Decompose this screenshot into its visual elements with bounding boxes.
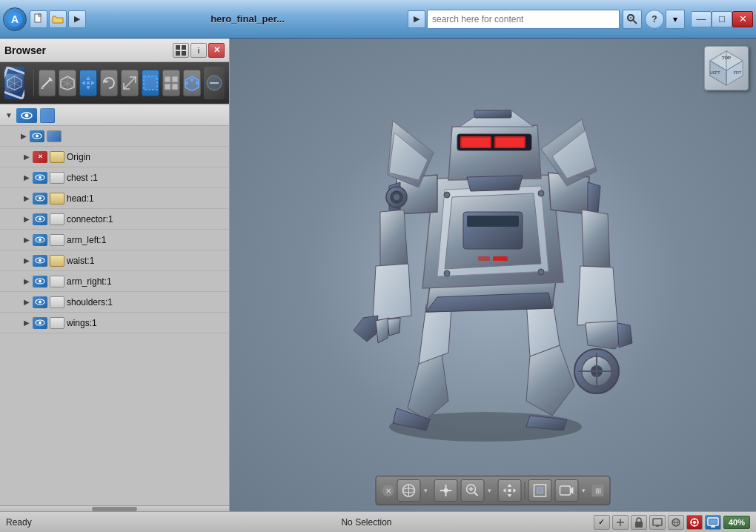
svg-rect-111: [560, 486, 571, 495]
viewport-move-tool-button[interactable]: [498, 479, 522, 502]
robot-viewport: [252, 68, 734, 467]
scale-tool-button[interactable]: [121, 70, 139, 96]
viewport-toolbar: ✕ ▾: [376, 476, 611, 505]
arm-left-expand-arrow[interactable]: ▶: [21, 234, 33, 246]
help-button[interactable]: ?: [645, 10, 664, 29]
title-arrow-button[interactable]: ▶: [408, 10, 425, 28]
browser-scrollbar[interactable]: [0, 505, 229, 511]
tree-item-waist[interactable]: ▶ waist:1: [0, 250, 229, 271]
browser-grid-button[interactable]: [173, 43, 189, 58]
status-lock-icon[interactable]: [631, 515, 647, 530]
waist-expand-arrow[interactable]: ▶: [21, 255, 33, 267]
viewport-toolbar-sep: [525, 482, 525, 499]
toolbar-expand-button[interactable]: ⊞: [592, 485, 604, 496]
orbit-tool-button[interactable]: [397, 479, 421, 502]
toolbar-close-button[interactable]: ✕: [382, 485, 394, 496]
minimize-button[interactable]: —: [691, 11, 712, 27]
arm-right-expand-arrow[interactable]: ▶: [21, 276, 33, 287]
move-tool-button[interactable]: [79, 70, 97, 96]
camera-dropdown-arrow[interactable]: ▾: [582, 487, 589, 494]
shoulders-visibility-eye[interactable]: [33, 296, 47, 308]
browser-scrollbar-thumb[interactable]: [92, 507, 138, 511]
status-display-icon[interactable]: [649, 515, 666, 530]
tree-item-shoulders[interactable]: ▶ shoulders:1: [0, 292, 229, 313]
pan-tool-button[interactable]: [434, 479, 458, 502]
quad-tool-button[interactable]: [162, 70, 180, 96]
pencil-tool-button[interactable]: [39, 70, 56, 96]
file-open-button[interactable]: [49, 10, 67, 28]
subroot-expand-arrow[interactable]: ▶: [18, 130, 30, 142]
transform-tool-button[interactable]: [183, 70, 201, 96]
wings-expand-arrow[interactable]: ▶: [21, 317, 33, 329]
rotate-tool-button[interactable]: [100, 70, 118, 96]
search-button[interactable]: [623, 10, 642, 29]
status-check-icon[interactable]: ✓: [594, 515, 610, 530]
svg-point-47: [39, 176, 42, 179]
tree-subroot-item[interactable]: ▶: [0, 126, 229, 147]
orbit-dropdown-arrow[interactable]: ▾: [424, 487, 431, 494]
tree-item-wings[interactable]: ▶ wings:1: [0, 313, 229, 333]
zoom-level-display[interactable]: 40%: [723, 516, 750, 529]
root-visibility-eye[interactable]: [16, 108, 37, 123]
svg-rect-10: [176, 51, 180, 56]
toolbar-options[interactable]: [204, 67, 225, 99]
tree-item-connector[interactable]: ▶ connector:1: [0, 209, 229, 230]
browser-header: Browser i ✕: [0, 39, 229, 62]
head-visibility-eye[interactable]: [33, 193, 47, 205]
connector-expand-arrow[interactable]: ▶: [21, 213, 33, 225]
nav-cube-box[interactable]: TOP LEFT FRT: [704, 46, 749, 90]
svg-rect-80: [493, 256, 508, 261]
chest-box-icon: [50, 172, 64, 184]
tree-item-arm-left[interactable]: ▶ arm_left:1: [0, 230, 229, 250]
tree-item-origin[interactable]: ▶ ✕ Origin: [0, 147, 229, 167]
arm-left-visibility-eye[interactable]: [33, 234, 47, 246]
tree-item-head[interactable]: ▶ head:1: [0, 188, 229, 209]
waist-visibility-eye[interactable]: [33, 255, 47, 267]
status-ready-text: Ready: [6, 517, 139, 528]
head-expand-arrow[interactable]: ▶: [21, 193, 33, 205]
browser-toolbar: [0, 62, 229, 104]
svg-rect-11: [182, 51, 186, 56]
subroot-visibility-eye[interactable]: [30, 130, 44, 142]
svg-rect-81: [478, 256, 490, 261]
viewport-3d[interactable]: TOP LEFT FRT ✕ ▾: [230, 39, 756, 511]
search-input[interactable]: [432, 14, 588, 24]
settings-button[interactable]: ▾: [666, 10, 685, 29]
chest-visibility-eye[interactable]: [33, 172, 47, 184]
zoom-tool-button[interactable]: [461, 479, 485, 502]
svg-rect-30: [144, 76, 157, 90]
tree-item-arm-right[interactable]: ▶ arm_right:1: [0, 271, 229, 292]
svg-rect-73: [462, 138, 490, 147]
zoom-dropdown-arrow[interactable]: ▾: [488, 487, 495, 494]
shoulders-expand-arrow[interactable]: ▶: [21, 296, 33, 308]
frame-tool-button[interactable]: [528, 479, 552, 502]
browser-close-button[interactable]: ✕: [208, 43, 225, 58]
select-rect-tool-button[interactable]: [142, 70, 159, 96]
navigation-cube[interactable]: TOP LEFT FRT: [704, 46, 749, 90]
chest-expand-arrow[interactable]: ▶: [21, 172, 33, 184]
svg-point-38: [185, 82, 188, 84]
root-expand-arrow[interactable]: ▼: [3, 110, 15, 122]
svg-point-36: [190, 79, 193, 82]
status-target-icon[interactable]: [686, 515, 703, 530]
origin-visibility-eye[interactable]: ✕: [33, 151, 47, 163]
maximize-button[interactable]: □: [712, 11, 732, 27]
svg-line-101: [474, 492, 478, 496]
origin-expand-arrow[interactable]: ▶: [21, 151, 33, 163]
camera-tool-button[interactable]: [555, 479, 579, 502]
tree-item-chest[interactable]: ▶ chest :1: [0, 167, 229, 188]
wings-visibility-eye[interactable]: [33, 317, 47, 329]
arm-right-visibility-eye[interactable]: [33, 276, 47, 287]
browser-info-button[interactable]: i: [190, 43, 207, 58]
status-snap-icon[interactable]: [612, 515, 629, 530]
connector-visibility-eye[interactable]: [33, 213, 47, 225]
status-globe-icon[interactable]: [668, 515, 684, 530]
cube-tool-button[interactable]: [59, 70, 76, 96]
file-new-button[interactable]: [30, 10, 47, 28]
close-button[interactable]: ✕: [732, 11, 753, 27]
forward-button[interactable]: ▶: [68, 10, 86, 28]
tree-root-item[interactable]: ▼: [0, 105, 229, 126]
status-monitor-icon[interactable]: [705, 515, 721, 530]
svg-rect-33: [165, 84, 170, 90]
svg-rect-8: [176, 45, 180, 50]
